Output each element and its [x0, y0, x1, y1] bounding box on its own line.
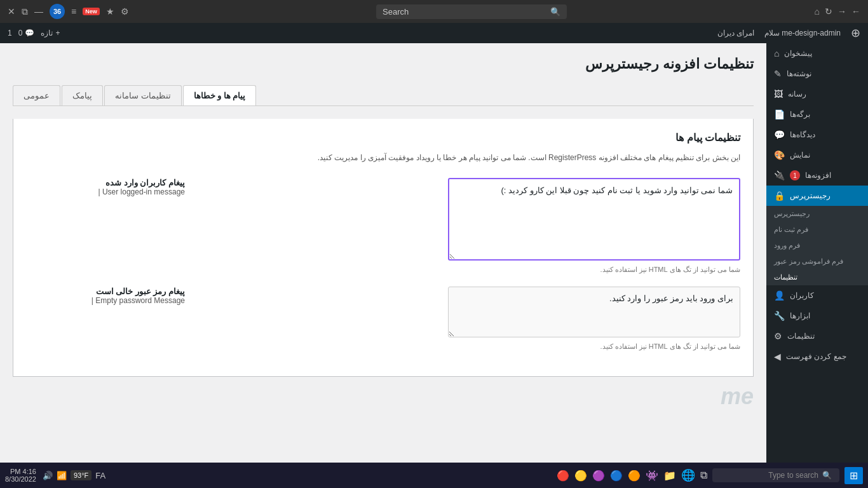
sidebar-sub-rp-register[interactable]: فرم ثبت نام: [766, 222, 868, 238]
section-title: تنظیمات پیام ها: [26, 132, 740, 144]
admin-bar-greeting[interactable]: امرای دیران: [717, 29, 754, 37]
sidebar-sub-rp-main[interactable]: رجیسترپرس: [766, 206, 868, 222]
taskbar-search-icon: 🔍: [822, 471, 832, 480]
plus-icon: +: [55, 29, 60, 37]
users-icon: 👤: [774, 290, 785, 301]
admin-bar-left: + تازه 💬 0 1: [8, 29, 60, 37]
content-area: تنظیمات افزونه رجیسترپرس پیام ها و خطاها…: [0, 43, 766, 488]
user-logged-in-textarea[interactable]: [448, 178, 740, 261]
sidebar-item-media[interactable]: رسانه 🖼: [766, 84, 868, 104]
appearance-icon: 🎨: [774, 150, 785, 160]
sub-rp-main-label: رجیسترپرس: [774, 210, 810, 218]
taskbar-search-placeholder: Type to search: [768, 471, 818, 480]
field-label-en-empty-password: Empty password Message |: [26, 296, 185, 305]
taskbar-icon-app4[interactable]: 🟡: [574, 470, 587, 482]
window-maximize[interactable]: ⧉: [22, 6, 28, 17]
field-label-fa-logged-in: پیغام کاربران وارد شده: [26, 178, 185, 187]
browser-address-bar[interactable]: 🔍: [376, 4, 567, 19]
sidebar-sub-rp-login[interactable]: فرم ورود: [766, 238, 868, 254]
sidebar-label-users: کاربران: [790, 291, 814, 300]
user-avatar[interactable]: 36: [50, 4, 65, 19]
sidebar-item-dashboard[interactable]: پیشخوان ⌂: [766, 43, 868, 64]
sidebar-item-registerpress[interactable]: رجیسترپرس 🔒: [766, 186, 868, 206]
bookmark-icon[interactable]: ★: [106, 6, 114, 17]
sidebar-item-posts[interactable]: نوشته‌ها ✎: [766, 64, 868, 84]
sidebar-label-plugins: افزونه‌ها: [805, 171, 831, 180]
tab-sms[interactable]: پیامک: [62, 85, 103, 105]
sidebar-item-plugins[interactable]: افزونه‌ها 1 🔌: [766, 165, 868, 186]
sidebar-label-posts: نوشته‌ها: [787, 69, 811, 78]
sidebar-label-settings: تنظیمات: [787, 332, 815, 341]
volume-icon: 🔊: [43, 471, 53, 480]
taskbar-icon-chrome[interactable]: 🌐: [681, 468, 695, 482]
sidebar-label-media: رسانه: [788, 90, 806, 98]
collapse-icon: ◀: [774, 351, 781, 362]
sidebar-item-pages[interactable]: برگه‌ها 📄: [766, 104, 868, 125]
taskbar-search-box[interactable]: 🔍 Type to search: [712, 468, 839, 482]
taskbar-icon-app5[interactable]: 🔴: [557, 470, 569, 482]
sidebar-item-appearance[interactable]: نمایش 🎨: [766, 145, 868, 165]
settings-icon: ⚙: [774, 331, 782, 341]
tab-messages[interactable]: پیام ها و خطاها: [183, 85, 257, 105]
field-label-en-logged-in: User logged-in message |: [26, 187, 185, 196]
admin-bar-site[interactable]: me-design-admin سلام: [764, 29, 841, 37]
comment-icon: 💬: [25, 29, 34, 37]
sidebar: پیشخوان ⌂ نوشته‌ها ✎ رسانه 🖼 برگه‌ها 📄 د…: [766, 43, 868, 488]
empty-password-textarea[interactable]: [448, 287, 740, 337]
window-close[interactable]: ✕: [8, 6, 15, 17]
sidebar-item-tools[interactable]: ابزارها 🔧: [766, 306, 868, 326]
updates-count: 1: [8, 29, 12, 37]
sidebar-label-collapse: جمع کردن فهرست: [786, 352, 846, 361]
wp-logo[interactable]: ⊕: [851, 26, 860, 40]
taskbar-icon-app2[interactable]: 🔵: [610, 470, 623, 482]
new-ext-badge: New: [83, 8, 100, 15]
taskbar-icon-monster[interactable]: 👾: [646, 470, 658, 482]
registerpress-icon: 🔒: [774, 191, 785, 201]
taskbar-icon-files[interactable]: 📁: [663, 470, 676, 482]
search-icon: 🔍: [550, 7, 560, 17]
forward-button[interactable]: →: [837, 6, 846, 17]
admin-bar-updates[interactable]: 1: [8, 29, 12, 37]
field-label-fa-empty-password: پیغام رمز عبور خالی است: [26, 287, 185, 296]
taskbar-tray: FA 93°F 📶 🔊: [43, 470, 105, 480]
taskbar-icon-app1[interactable]: 🟠: [628, 470, 641, 482]
plugins-badge: 1: [790, 170, 800, 180]
main-layout: پیشخوان ⌂ نوشته‌ها ✎ رسانه 🖼 برگه‌ها 📄 د…: [0, 43, 868, 488]
refresh-button[interactable]: ↻: [825, 6, 832, 17]
plugins-icon: 🔌: [774, 170, 785, 180]
address-input[interactable]: [383, 7, 546, 17]
empty-password-hint: شما می توانید از تگ های HTML نیز استفاده…: [448, 342, 740, 351]
admin-bar-comments[interactable]: 💬 0: [18, 29, 35, 37]
sidebar-item-users[interactable]: کاربران 👤: [766, 285, 868, 306]
admin-bar-new[interactable]: + تازه: [41, 29, 60, 37]
tab-general[interactable]: عمومی: [13, 85, 60, 105]
sidebar-item-comments[interactable]: دیدگاه‌ها 💬: [766, 125, 868, 145]
tab-system-settings[interactable]: تنظیمات سامانه: [104, 85, 182, 105]
me-design-logo: me: [703, 383, 754, 410]
start-button[interactable]: ⊞: [844, 467, 863, 484]
user-logged-in-hint: شما می توانید از تگ های HTML نیز استفاده…: [448, 266, 740, 274]
taskbar-pinned-icons: ⧉ 🌐 📁 👾 🟠 🔵 🟣 🟡 🔴: [557, 468, 707, 482]
sidebar-label-registerpress: رجیسترپرس: [790, 191, 831, 200]
sidebar-sub-rp-settings[interactable]: تنظیمات: [766, 269, 868, 285]
window-minimize[interactable]: —: [34, 6, 43, 17]
language-indicator: FA: [95, 471, 105, 480]
posts-icon: ✎: [774, 69, 782, 79]
sidebar-item-settings[interactable]: تنظیمات ⚙: [766, 326, 868, 346]
back-button[interactable]: ←: [851, 6, 860, 17]
sidebar-label-pages: برگه‌ها: [790, 110, 810, 119]
sub-rp-forgot-label: فرم فراموشی رمز عبور: [774, 257, 843, 266]
sub-rp-register-label: فرم ثبت نام: [774, 226, 808, 234]
sidebar-item-collapse[interactable]: جمع کردن فهرست ◀: [766, 346, 868, 367]
current-time: 4:16 PM: [5, 468, 36, 475]
taskbar-icon-app3[interactable]: 🟣: [592, 470, 605, 482]
home-button[interactable]: ⌂: [815, 6, 820, 17]
sidebar-label-comments: دیدگاه‌ها: [790, 130, 815, 139]
sidebar-sub-rp-forgot[interactable]: فرم فراموشی رمز عبور: [766, 254, 868, 269]
extensions-icon[interactable]: ⚙: [121, 6, 129, 17]
taskbar-right: FA 93°F 📶 🔊 4:16 PM 8/30/2022: [5, 468, 105, 483]
sidebar-submenu-registerpress: رجیسترپرس فرم ثبت نام فرم ورود فرم فرامو…: [766, 206, 868, 285]
field-label-group-logged-in: پیغام کاربران وارد شده User logged-in me…: [26, 178, 185, 199]
menu-icon[interactable]: ≡: [71, 6, 76, 17]
taskbar-icon-taskview[interactable]: ⧉: [700, 470, 707, 481]
